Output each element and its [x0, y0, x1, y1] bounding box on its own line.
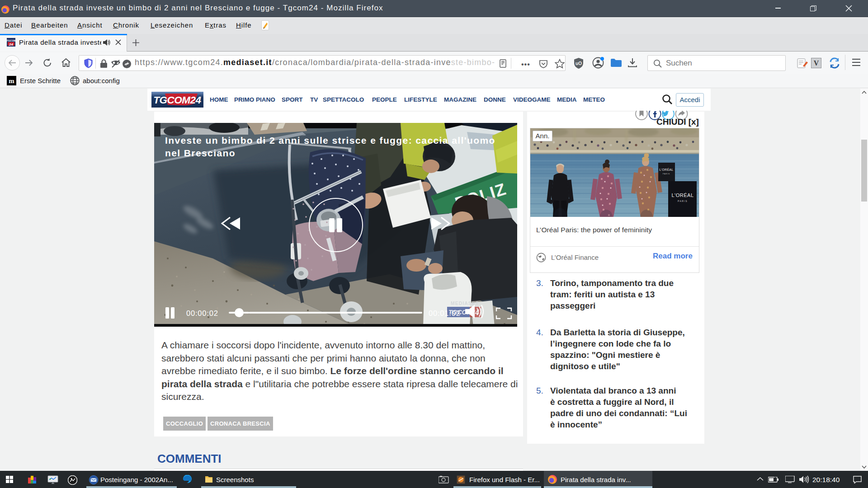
svg-text:m: m [9, 77, 14, 84]
svg-text:Investe un bimbo di 2 anni sul: Investe un bimbo di 2 anni sulle strisce… [165, 135, 495, 145]
svg-text:00:00:02: 00:00:02 [186, 309, 218, 317]
svg-text:uO: uO [576, 61, 582, 66]
svg-text:V: V [814, 59, 819, 67]
svg-text:L'ORÉAL: L'ORÉAL [671, 192, 693, 198]
svg-text:00:01:02: 00:01:02 [429, 309, 461, 317]
svg-text:PARIS: PARIS [663, 173, 670, 175]
svg-text:TGCOM: TGCOM [7, 39, 15, 42]
svg-text:TGCOM24: TGCOM24 [153, 94, 201, 106]
svg-text:nel Bresciano: nel Bresciano [165, 148, 236, 158]
svg-text:PARIS: PARIS [678, 200, 688, 202]
svg-text:24: 24 [9, 42, 13, 47]
svg-text:L'ORÉAL: L'ORÉAL [659, 168, 673, 171]
